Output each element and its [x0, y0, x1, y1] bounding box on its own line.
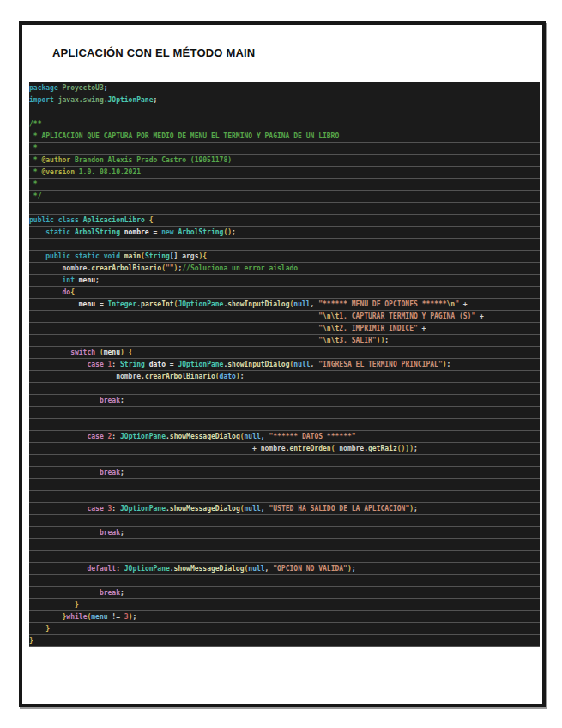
code-line: [29, 106, 540, 118]
code-line: [29, 455, 540, 467]
code-line: [29, 575, 540, 587]
code-line: + nombre.entreOrden( nombre.getRaiz()));: [29, 443, 540, 455]
code-line: case 3: JOptionPane.showMessageDialog(nu…: [29, 503, 540, 515]
code-line: [29, 407, 540, 419]
code-line: [29, 203, 540, 215]
page-title: APLICACIÓN CON EL MÉTODO MAIN: [52, 46, 255, 59]
code-line: [29, 551, 540, 563]
code-line: [29, 479, 540, 491]
code-line: [29, 419, 540, 431]
code-line: case 1: String dato = JOptionPane.showIn…: [29, 359, 540, 371]
code-line: */: [29, 191, 540, 203]
code-line: "\n\t3. SALIR"));: [29, 335, 540, 347]
code-line: * @version 1.0. 08.10.2021: [29, 167, 540, 179]
code-line: * APLICACION QUE CAPTURA POR MEDIO DE ME…: [29, 130, 540, 143]
code-line: [29, 491, 540, 503]
code-line: [29, 539, 540, 551]
code-line: }: [29, 623, 540, 635]
code-line: }: [29, 599, 540, 611]
code-line: nombre.crearArbolBinario("");//Soluciona…: [29, 263, 540, 275]
code-line: menu = Integer.parseInt(JOptionPane.show…: [29, 299, 540, 311]
code-line: "\n\t1. CAPTURAR TERMINO Y PAGINA (S)" +: [29, 311, 540, 323]
code-line: break;: [29, 467, 540, 479]
code-line: int menu;: [29, 275, 540, 287]
code-line: public class AplicacionLibro {: [29, 215, 540, 227]
code-line: do{: [29, 287, 540, 299]
code-line: switch (menu) {: [29, 347, 540, 359]
code-line: case 2: JOptionPane.showMessageDialog(nu…: [29, 431, 540, 443]
code-line: }: [29, 635, 540, 647]
code-line: static ArbolString nombre = new ArbolStr…: [29, 227, 540, 239]
code-line: }while(menu != 3);: [29, 611, 540, 623]
code-line: break;: [29, 587, 540, 599]
code-block: package ProyectoU3;import javax.swing.JO…: [29, 82, 540, 647]
code-line: break;: [29, 395, 540, 407]
code-line: default: JOptionPane.showMessageDialog(n…: [29, 563, 540, 575]
code-line: [29, 383, 540, 395]
code-line: *: [29, 179, 540, 191]
code-line: import javax.swing.JOptionPane;: [29, 94, 540, 106]
code-line: [29, 239, 540, 251]
document-page: APLICACIÓN CON EL MÉTODO MAIN package Pr…: [19, 21, 546, 707]
code-line: package ProyectoU3;: [29, 82, 540, 94]
code-line: *: [29, 143, 540, 155]
code-line: break;: [29, 527, 540, 539]
code-line: /**: [29, 118, 540, 130]
code-line: * @author Brandon Alexis Prado Castro (1…: [29, 155, 540, 167]
code-line: "\n\t2. IMPRIMIR INDICE" +: [29, 323, 540, 335]
code-line: public static void main(String[] args){: [29, 251, 540, 263]
code-line: [29, 515, 540, 527]
code-line: nombre.crearArbolBinario(dato);: [29, 371, 540, 383]
